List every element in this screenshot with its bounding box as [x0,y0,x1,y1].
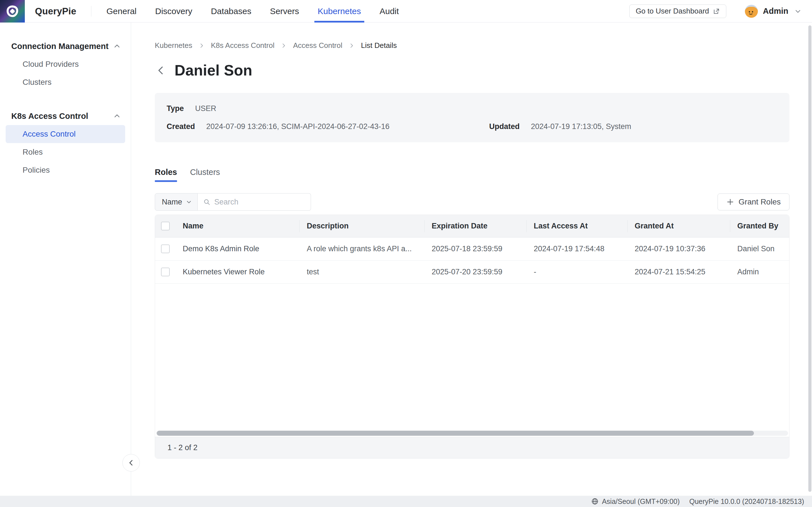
pagination-bar: 1 - 2 of 2 [155,437,789,458]
grant-roles-button[interactable]: Grant Roles [718,193,790,210]
top-navigation-bar: QueryPie General Discovery Databases Ser… [0,0,812,22]
roles-table-card: Name Description Expiration Date Last Ac… [155,215,790,459]
nav-item-servers[interactable]: Servers [270,0,299,22]
breadcrumb-k8s-access-control[interactable]: K8s Access Control [211,41,274,50]
chevron-left-icon [156,65,166,75]
cell-last-access-at: 2024-07-19 17:54:48 [526,237,627,260]
globe-icon [591,498,599,505]
cell-expiration-date: 2025-07-20 23:59:59 [424,261,526,283]
chevron-left-icon [127,459,135,467]
sidebar-section-title: K8s Access Control [11,112,88,121]
row-checkbox-cell [155,261,175,283]
querypie-logo-icon [6,5,19,18]
chevron-up-icon [113,43,121,50]
column-header-name[interactable]: Name [175,215,299,237]
column-header-granted-by[interactable]: Granted By [730,215,789,237]
breadcrumb-kubernetes[interactable]: Kubernetes [155,41,192,50]
sidebar-item-access-control[interactable]: Access Control [6,125,125,143]
sidebar-item-clusters[interactable]: Clusters [6,73,125,91]
sidebar: Connection Management Cloud Providers Cl… [0,22,131,496]
pagination-summary: 1 - 2 of 2 [167,443,198,452]
version-text: QueryPie 10.0.0 (20240718-182513) [689,497,804,506]
cell-expiration-date: 2025-07-18 23:59:59 [424,237,526,260]
sidebar-spacer [0,91,131,107]
sidebar-item-roles[interactable]: Roles [6,143,125,161]
table-row[interactable]: Kubernetes Viewer Role test 2025-07-20 2… [155,261,789,284]
cell-granted-at: 2024-07-21 15:54:25 [627,261,730,283]
detail-info-panel: Type USER Created 2024-07-09 13:26:16, S… [155,93,790,142]
topbar-right: Go to User Dashboard Admin [629,4,801,18]
horizontal-scrollbar-thumb[interactable] [157,431,754,436]
tab-clusters[interactable]: Clusters [190,168,220,182]
type-value: USER [195,104,216,113]
grant-roles-label: Grant Roles [739,198,781,207]
info-row-dates: Created 2024-07-09 13:26:16, SCIM-API-20… [167,122,777,131]
search-input[interactable] [214,198,305,207]
sidebar-item-cloud-providers[interactable]: Cloud Providers [6,55,125,73]
nav-item-kubernetes[interactable]: Kubernetes [318,0,361,22]
search-icon [203,198,210,206]
plus-icon [726,198,734,206]
detail-tabs: Roles Clusters [155,168,790,182]
breadcrumb-list-details: List Details [361,41,397,50]
created-label: Created [167,122,195,131]
horizontal-scrollbar-track [156,431,788,436]
info-row-type: Type USER [167,104,777,113]
table-row[interactable]: Demo K8s Admin Role A role which grants … [155,237,789,261]
chevron-right-icon [349,43,355,49]
querypie-logo[interactable] [0,0,25,22]
nav-item-databases[interactable]: Databases [211,0,251,22]
row-checkbox[interactable] [161,244,170,253]
search-box [198,193,311,211]
row-checkbox[interactable] [161,268,170,276]
sidebar-section-connection-management[interactable]: Connection Management [0,37,131,55]
chevron-down-icon [186,199,192,205]
page-title-row: Daniel Son [155,62,790,79]
column-header-granted-at[interactable]: Granted At [627,215,730,237]
search-filter-select[interactable]: Name [155,193,198,211]
table-toolbar: Name Grant Roles [155,193,790,211]
tab-roles[interactable]: Roles [155,168,177,182]
back-button[interactable] [155,64,167,76]
chevron-up-icon [113,112,121,120]
updated-value: 2024-07-19 17:13:05, System [531,122,631,131]
cell-granted-by: Admin [730,261,789,283]
vertical-scrollbar-thumb[interactable] [808,25,811,492]
nav-item-general[interactable]: General [107,0,137,22]
go-to-user-dashboard-button[interactable]: Go to User Dashboard [629,4,726,18]
column-header-description[interactable]: Description [299,215,424,237]
sidebar-section-title: Connection Management [11,42,109,51]
main-content: Kubernetes K8s Access Control Access Con… [132,22,812,496]
sidebar-collapse-button[interactable] [122,454,140,471]
timezone-indicator[interactable]: Asia/Seoul (GMT+09:00) [591,497,680,506]
column-header-last-access-at[interactable]: Last Access At [526,215,627,237]
created-value: 2024-07-09 13:26:16, SCIM-API-2024-06-27… [206,122,390,131]
brand-name: QueryPie [35,6,77,17]
cell-description: A role which grants k8s API a... [299,237,424,260]
select-all-cell [155,215,175,237]
column-header-expiration-date[interactable]: Expiration Date [424,215,526,237]
sidebar-item-policies[interactable]: Policies [6,161,125,179]
search-filter-label: Name [162,198,182,207]
sidebar-section-k8s-access-control[interactable]: K8s Access Control [0,107,131,125]
avatar-smiley-icon [745,5,758,18]
cell-description: test [299,261,424,283]
chevron-right-icon [281,43,287,49]
select-all-checkbox[interactable] [161,222,170,230]
cell-granted-by: Daniel Son [730,237,789,260]
nav-item-discovery[interactable]: Discovery [155,0,192,22]
topbar-divider [91,6,91,17]
external-link-icon [713,8,720,15]
user-avatar[interactable] [745,5,758,18]
status-footer: Asia/Seoul (GMT+09:00) QueryPie 10.0.0 (… [0,496,812,507]
cell-name: Demo K8s Admin Role [175,237,299,260]
user-menu-chevron-down-icon[interactable] [795,8,801,15]
cell-last-access-at: - [526,261,627,283]
nav-item-audit[interactable]: Audit [379,0,399,22]
type-label: Type [167,104,184,113]
cell-granted-at: 2024-07-19 10:37:36 [627,237,730,260]
search-group: Name [155,193,311,211]
timezone-text: Asia/Seoul (GMT+09:00) [602,497,680,506]
user-name[interactable]: Admin [763,6,788,16]
breadcrumb-access-control[interactable]: Access Control [293,41,342,50]
